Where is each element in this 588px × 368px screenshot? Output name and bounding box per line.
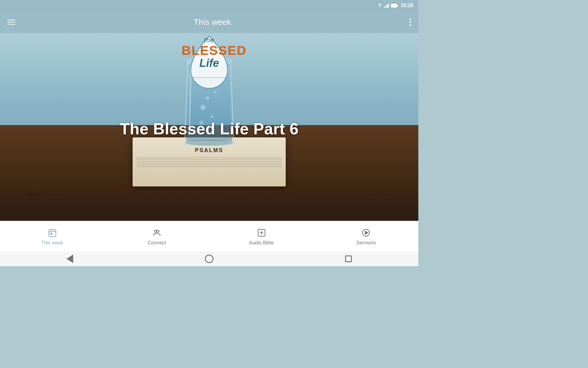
svg-marker-26 — [365, 231, 368, 234]
svg-rect-19 — [51, 233, 52, 234]
svg-rect-0 — [384, 6, 385, 8]
bottom-navigation: This week Connect Audio Bible — [0, 221, 418, 251]
svg-point-12 — [185, 140, 233, 146]
svg-rect-3 — [388, 4, 389, 8]
nav-label-connect: Connect — [148, 240, 166, 246]
system-navigation — [0, 251, 418, 266]
signal-icon — [384, 3, 389, 8]
home-button[interactable] — [204, 254, 214, 264]
status-icons: 10:26 — [377, 3, 413, 8]
svg-rect-15 — [49, 230, 56, 237]
svg-rect-2 — [387, 5, 388, 8]
calendar-icon — [47, 227, 58, 238]
more-options-button[interactable] — [409, 19, 411, 26]
svg-rect-5 — [397, 5, 398, 6]
battery-icon — [391, 4, 398, 8]
people-icon — [151, 227, 162, 238]
status-bar: 10:26 — [0, 0, 418, 11]
time-display: 10:26 — [401, 3, 413, 8]
hamburger-menu-button[interactable] — [7, 20, 15, 25]
nav-label-audio-bible: Audio Bible — [249, 240, 274, 246]
nav-item-connect[interactable]: Connect — [105, 227, 209, 246]
nav-item-this-week[interactable]: This week — [0, 227, 105, 246]
recent-square-icon — [345, 255, 352, 262]
svg-point-6 — [201, 105, 205, 110]
nav-item-audio-bible[interactable]: Audio Bible — [209, 227, 314, 246]
logo-overlay[interactable]: the BLESSED Life — [182, 33, 237, 94]
home-circle-icon — [205, 255, 213, 263]
nav-item-sermons[interactable]: Sermons — [314, 227, 419, 246]
sermon-title-container[interactable]: The Blessed Life Part 6 — [0, 120, 418, 138]
svg-point-21 — [157, 230, 159, 232]
svg-point-7 — [211, 115, 214, 118]
svg-rect-1 — [386, 6, 386, 8]
logo-text-container: the BLESSED Life — [182, 36, 237, 69]
sermon-title-text: The Blessed Life Part 6 — [0, 120, 418, 138]
wifi-icon — [377, 3, 383, 8]
toolbar: This week — [0, 11, 418, 33]
svg-point-8 — [206, 96, 209, 100]
nav-label-this-week: This week — [41, 240, 63, 246]
back-triangle-icon — [66, 255, 73, 263]
book-cross-icon — [256, 227, 267, 238]
back-button[interactable] — [65, 254, 75, 264]
logo-life-text: Life — [182, 57, 237, 69]
svg-rect-4 — [391, 4, 397, 7]
play-circle-icon — [360, 227, 371, 238]
logo-blessed-text: BLESSED — [182, 44, 237, 57]
logo-drop-shape: the BLESSED Life — [182, 33, 237, 94]
recent-apps-button[interactable] — [344, 254, 353, 264]
nav-label-sermons: Sermons — [356, 240, 376, 246]
toolbar-title: This week — [194, 17, 231, 27]
hero-section: PSALMS — [0, 0, 418, 229]
